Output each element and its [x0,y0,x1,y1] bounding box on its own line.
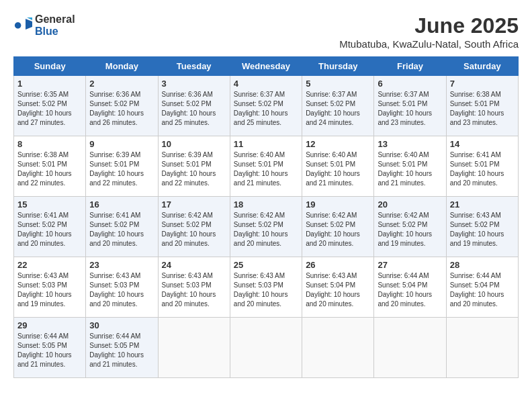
day-content: Sunrise: 6:41 AM Sunset: 5:02 PM Dayligh… [89,211,154,248]
calendar-header-row: SundayMondayTuesdayWednesdayThursdayFrid… [14,57,519,76]
day-content: Sunrise: 6:42 AM Sunset: 5:02 PM Dayligh… [306,211,370,248]
day-content: Sunrise: 6:43 AM Sunset: 5:03 PM Dayligh… [162,271,226,309]
calendar-cell: 13Sunrise: 6:40 AM Sunset: 5:01 PM Dayli… [374,136,446,197]
calendar-table: SundayMondayTuesdayWednesdayThursdayFrid… [13,56,519,378]
day-number: 8 [17,139,82,149]
day-content: Sunrise: 6:43 AM Sunset: 5:03 PM Dayligh… [234,271,298,309]
day-number: 5 [306,79,370,89]
day-content: Sunrise: 6:40 AM Sunset: 5:01 PM Dayligh… [234,150,298,188]
calendar-cell: 27Sunrise: 6:44 AM Sunset: 5:04 PM Dayli… [374,257,446,318]
calendar-cell: 23Sunrise: 6:43 AM Sunset: 5:03 PM Dayli… [86,257,158,318]
day-number: 14 [450,139,515,149]
day-number: 22 [17,260,82,270]
day-content: Sunrise: 6:38 AM Sunset: 5:01 PM Dayligh… [17,150,82,188]
calendar-cell: 19Sunrise: 6:42 AM Sunset: 5:02 PM Dayli… [302,197,374,257]
day-number: 15 [17,199,82,210]
calendar-cell: 22Sunrise: 6:43 AM Sunset: 5:03 PM Dayli… [14,257,86,318]
day-content: Sunrise: 6:43 AM Sunset: 5:03 PM Dayligh… [17,271,82,309]
day-content: Sunrise: 6:42 AM Sunset: 5:02 PM Dayligh… [378,211,442,248]
day-content: Sunrise: 6:37 AM Sunset: 5:01 PM Dayligh… [378,90,442,128]
day-content: Sunrise: 6:35 AM Sunset: 5:02 PM Dayligh… [17,90,82,128]
calendar-day-header: Monday [86,57,158,76]
day-number: 12 [306,139,370,149]
calendar-week-row: 1Sunrise: 6:35 AM Sunset: 5:02 PM Daylig… [14,76,519,136]
day-number: 10 [162,139,226,149]
day-number: 17 [162,199,226,210]
subtitle: Mtubatuba, KwaZulu-Natal, South Africa [339,38,519,50]
logo-icon: ● [13,16,32,35]
day-content: Sunrise: 6:39 AM Sunset: 5:01 PM Dayligh… [89,150,154,188]
calendar-cell: 10Sunrise: 6:39 AM Sunset: 5:01 PM Dayli… [158,136,230,197]
day-content: Sunrise: 6:42 AM Sunset: 5:02 PM Dayligh… [162,211,226,248]
calendar-day-header: Friday [374,57,446,76]
calendar-cell: 26Sunrise: 6:43 AM Sunset: 5:04 PM Dayli… [302,257,374,318]
calendar-cell: 25Sunrise: 6:43 AM Sunset: 5:03 PM Dayli… [230,257,302,318]
day-number: 13 [378,139,442,149]
calendar-week-row: 15Sunrise: 6:41 AM Sunset: 5:02 PM Dayli… [14,197,519,257]
day-number: 25 [234,260,298,270]
day-number: 23 [89,260,154,270]
day-number: 20 [378,199,442,210]
day-content: Sunrise: 6:44 AM Sunset: 5:04 PM Dayligh… [450,271,515,309]
day-content: Sunrise: 6:36 AM Sunset: 5:02 PM Dayligh… [89,90,154,128]
day-number: 29 [17,320,82,330]
day-number: 4 [234,79,298,89]
day-content: Sunrise: 6:43 AM Sunset: 5:04 PM Dayligh… [306,271,370,309]
calendar-day-header: Tuesday [158,57,230,76]
logo-general: General [35,13,75,25]
day-number: 7 [450,79,515,89]
svg-text:●: ● [13,16,22,33]
day-number: 26 [306,260,370,270]
day-number: 28 [450,260,515,270]
page-header: ● General Blue June 2025 Mtubatuba, KwaZ… [13,13,519,50]
day-content: Sunrise: 6:42 AM Sunset: 5:02 PM Dayligh… [234,211,298,248]
day-number: 9 [89,139,154,149]
calendar-day-header: Saturday [446,57,518,76]
title-block: June 2025 Mtubatuba, KwaZulu-Natal, Sout… [339,13,519,50]
calendar-week-row: 22Sunrise: 6:43 AM Sunset: 5:03 PM Dayli… [14,257,519,318]
calendar-cell: 14Sunrise: 6:41 AM Sunset: 5:01 PM Dayli… [446,136,518,197]
day-content: Sunrise: 6:37 AM Sunset: 5:02 PM Dayligh… [306,90,370,128]
day-content: Sunrise: 6:43 AM Sunset: 5:02 PM Dayligh… [450,211,515,248]
calendar-cell: 9Sunrise: 6:39 AM Sunset: 5:01 PM Daylig… [86,136,158,197]
day-content: Sunrise: 6:44 AM Sunset: 5:05 PM Dayligh… [89,332,154,369]
day-number: 24 [162,260,226,270]
calendar-cell [158,318,230,378]
logo: ● General Blue [13,13,75,37]
day-number: 11 [234,139,298,149]
main-title: June 2025 [339,13,519,38]
calendar-cell: 15Sunrise: 6:41 AM Sunset: 5:02 PM Dayli… [14,197,86,257]
day-content: Sunrise: 6:41 AM Sunset: 5:02 PM Dayligh… [17,211,82,248]
day-number: 3 [162,79,226,89]
calendar-cell: 7Sunrise: 6:38 AM Sunset: 5:01 PM Daylig… [446,76,518,136]
calendar-week-row: 29Sunrise: 6:44 AM Sunset: 5:05 PM Dayli… [14,318,519,378]
calendar-week-row: 8Sunrise: 6:38 AM Sunset: 5:01 PM Daylig… [14,136,519,197]
calendar-cell: 8Sunrise: 6:38 AM Sunset: 5:01 PM Daylig… [14,136,86,197]
calendar-cell: 20Sunrise: 6:42 AM Sunset: 5:02 PM Dayli… [374,197,446,257]
calendar-cell [302,318,374,378]
day-number: 1 [17,79,82,89]
calendar-cell: 1Sunrise: 6:35 AM Sunset: 5:02 PM Daylig… [14,76,86,136]
calendar-cell [230,318,302,378]
calendar-cell: 11Sunrise: 6:40 AM Sunset: 5:01 PM Dayli… [230,136,302,197]
day-content: Sunrise: 6:36 AM Sunset: 5:02 PM Dayligh… [162,90,226,128]
calendar-day-header: Wednesday [230,57,302,76]
day-number: 19 [306,199,370,210]
calendar-cell: 18Sunrise: 6:42 AM Sunset: 5:02 PM Dayli… [230,197,302,257]
day-content: Sunrise: 6:37 AM Sunset: 5:02 PM Dayligh… [234,90,298,128]
calendar-cell: 17Sunrise: 6:42 AM Sunset: 5:02 PM Dayli… [158,197,230,257]
logo-text: General Blue [35,13,75,37]
calendar-cell: 24Sunrise: 6:43 AM Sunset: 5:03 PM Dayli… [158,257,230,318]
day-content: Sunrise: 6:38 AM Sunset: 5:01 PM Dayligh… [450,90,515,128]
calendar-cell: 29Sunrise: 6:44 AM Sunset: 5:05 PM Dayli… [14,318,86,378]
calendar-day-header: Sunday [14,57,86,76]
day-number: 16 [89,199,154,210]
calendar-day-header: Thursday [302,57,374,76]
day-content: Sunrise: 6:39 AM Sunset: 5:01 PM Dayligh… [162,150,226,188]
day-number: 27 [378,260,442,270]
day-number: 18 [234,199,298,210]
calendar-cell: 16Sunrise: 6:41 AM Sunset: 5:02 PM Dayli… [86,197,158,257]
calendar-cell: 30Sunrise: 6:44 AM Sunset: 5:05 PM Dayli… [86,318,158,378]
calendar-cell: 21Sunrise: 6:43 AM Sunset: 5:02 PM Dayli… [446,197,518,257]
calendar-cell: 3Sunrise: 6:36 AM Sunset: 5:02 PM Daylig… [158,76,230,136]
